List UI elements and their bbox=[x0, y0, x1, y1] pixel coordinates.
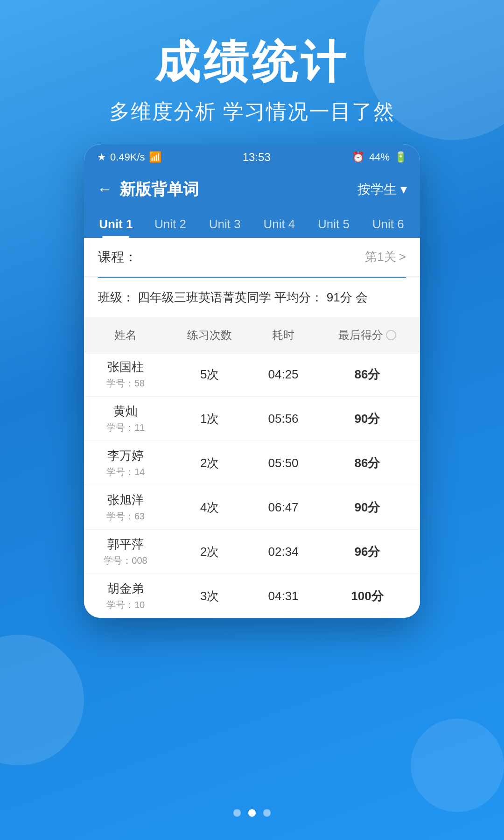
class-label: 班级： bbox=[98, 290, 134, 304]
last-score: 86分 bbox=[315, 441, 420, 485]
unit-tab-3[interactable]: Unit 3 bbox=[197, 209, 252, 238]
time-spent: 04:25 bbox=[252, 352, 315, 397]
student-name-cell: 张旭洋学号：63 bbox=[84, 485, 167, 530]
last-score: 100分 bbox=[315, 574, 420, 618]
student-id: 学号：11 bbox=[89, 421, 162, 434]
table-row: 张国柱学号：585次04:2586分 bbox=[84, 352, 420, 397]
app-header: ← 新版背单词 按学生 ▾ bbox=[84, 170, 420, 209]
pagination-dot-3 bbox=[263, 809, 271, 817]
student-name: 张国柱 bbox=[89, 359, 162, 375]
time-spent: 04:31 bbox=[252, 574, 315, 618]
unit-tab-5[interactable]: Unit 5 bbox=[307, 209, 361, 238]
hero-section: 成绩统计 多维度分析 学习情况一目了然 bbox=[0, 0, 504, 144]
student-name: 郭平萍 bbox=[89, 536, 162, 553]
avg-label: 平均分： bbox=[274, 290, 323, 304]
student-id: 学号：58 bbox=[89, 377, 162, 390]
th-time: 耗时 bbox=[252, 318, 315, 352]
status-right: ⏰ 44% 🔋 bbox=[352, 151, 407, 163]
wifi-icon: 📶 bbox=[149, 151, 161, 163]
student-id: 学号：14 bbox=[89, 466, 162, 478]
th-score: 最后得分 bbox=[315, 318, 420, 352]
table-row: 李万婷学号：142次05:5086分 bbox=[84, 441, 420, 485]
student-id: 学号：63 bbox=[89, 510, 162, 523]
unit-tabs: Unit 1Unit 2Unit 3Unit 4Unit 5Unit 6 bbox=[84, 209, 420, 238]
class-info: 班级： 四年级三班英语菁英同学 平均分： 91分 会 bbox=[84, 278, 420, 318]
pagination-dot-2 bbox=[248, 809, 256, 817]
practice-count: 5次 bbox=[167, 352, 252, 397]
alarm-icon: ⏰ bbox=[352, 151, 364, 163]
student-id: 学号：008 bbox=[89, 554, 162, 567]
student-name: 黄灿 bbox=[89, 403, 162, 420]
practice-count: 2次 bbox=[167, 441, 252, 485]
app-header-right[interactable]: 按学生 ▾ bbox=[357, 181, 407, 198]
hero-subtitle: 多维度分析 学习情况一目了然 bbox=[0, 98, 504, 126]
student-name-cell: 胡金弟学号：10 bbox=[84, 574, 167, 618]
battery-icon: 🔋 bbox=[394, 151, 407, 163]
pagination-dot-1 bbox=[233, 809, 241, 817]
back-button[interactable]: ← bbox=[97, 181, 112, 198]
unit-tab-1[interactable]: Unit 1 bbox=[89, 209, 143, 238]
bg-circle-bottom-left bbox=[0, 635, 84, 765]
practice-count: 1次 bbox=[167, 397, 252, 441]
time-spent: 02:34 bbox=[252, 530, 315, 574]
student-name: 张旭洋 bbox=[89, 492, 162, 508]
bg-circle-bottom-right bbox=[411, 719, 504, 812]
table-row: 黄灿学号：111次05:5690分 bbox=[84, 397, 420, 441]
app-header-left: ← 新版背单词 bbox=[97, 179, 199, 200]
table-row: 张旭洋学号：634次06:4790分 bbox=[84, 485, 420, 530]
th-practice: 练习次数 bbox=[167, 318, 252, 352]
table-row: 胡金弟学号：103次04:31100分 bbox=[84, 574, 420, 618]
unit-tab-4[interactable]: Unit 4 bbox=[252, 209, 307, 238]
student-name-cell: 黄灿学号：11 bbox=[84, 397, 167, 441]
course-nav-text: 第1关 bbox=[365, 249, 396, 265]
practice-count: 2次 bbox=[167, 530, 252, 574]
class-tag: 会 bbox=[356, 290, 368, 304]
student-name: 李万婷 bbox=[89, 448, 162, 464]
last-score: 96分 bbox=[315, 530, 420, 574]
status-time: 13:53 bbox=[243, 151, 271, 164]
student-name-cell: 郭平萍学号：008 bbox=[84, 530, 167, 574]
phone-wrapper: ★ 0.49K/s 📶 13:53 ⏰ 44% 🔋 ← 新版背单词 按学生 ▾ bbox=[0, 144, 504, 618]
student-name: 胡金弟 bbox=[89, 581, 162, 597]
last-score: 90分 bbox=[315, 485, 420, 530]
pagination-dots bbox=[0, 809, 504, 817]
practice-count: 3次 bbox=[167, 574, 252, 618]
signal-speed: 0.49K/s bbox=[110, 151, 145, 163]
status-left: ★ 0.49K/s 📶 bbox=[97, 151, 161, 163]
hero-title: 成绩统计 bbox=[0, 37, 504, 87]
unit-tab-2[interactable]: Unit 2 bbox=[143, 209, 198, 238]
th-name: 姓名 bbox=[84, 318, 167, 352]
last-score: 90分 bbox=[315, 397, 420, 441]
class-name: 四年级三班英语菁英同学 bbox=[138, 290, 271, 304]
dropdown-icon: ▾ bbox=[400, 182, 407, 197]
student-id: 学号：10 bbox=[89, 599, 162, 611]
practice-count: 4次 bbox=[167, 485, 252, 530]
sort-circle-icon bbox=[386, 330, 396, 340]
app-title: 新版背单词 bbox=[119, 179, 199, 200]
phone-mockup: ★ 0.49K/s 📶 13:53 ⏰ 44% 🔋 ← 新版背单词 按学生 ▾ bbox=[84, 144, 420, 618]
time-spent: 05:56 bbox=[252, 397, 315, 441]
battery-level: 44% bbox=[369, 151, 390, 163]
status-bar: ★ 0.49K/s 📶 13:53 ⏰ 44% 🔋 bbox=[84, 144, 420, 170]
avg-score: 91分 bbox=[327, 290, 352, 304]
course-row[interactable]: 课程： 第1关 > bbox=[84, 238, 420, 277]
course-label: 课程： bbox=[98, 248, 137, 266]
table-header-row: 姓名 练习次数 耗时 最后得分 bbox=[84, 318, 420, 352]
unit-tab-6[interactable]: Unit 6 bbox=[361, 209, 415, 238]
signal-icon: ★ bbox=[97, 151, 106, 163]
course-nav-arrow: > bbox=[399, 250, 406, 264]
time-spent: 06:47 bbox=[252, 485, 315, 530]
student-name-cell: 李万婷学号：14 bbox=[84, 441, 167, 485]
time-spent: 05:50 bbox=[252, 441, 315, 485]
content-area: 课程： 第1关 > 班级： 四年级三班英语菁英同学 平均分： 91分 会 姓 bbox=[84, 238, 420, 618]
student-name-cell: 张国柱学号：58 bbox=[84, 352, 167, 397]
table-row: 郭平萍学号：0082次02:3496分 bbox=[84, 530, 420, 574]
last-score: 86分 bbox=[315, 352, 420, 397]
course-nav[interactable]: 第1关 > bbox=[365, 249, 406, 265]
filter-label: 按学生 bbox=[357, 181, 397, 198]
score-table: 姓名 练习次数 耗时 最后得分 张国柱学号：585次04:2586分黄灿学号：1… bbox=[84, 318, 420, 618]
